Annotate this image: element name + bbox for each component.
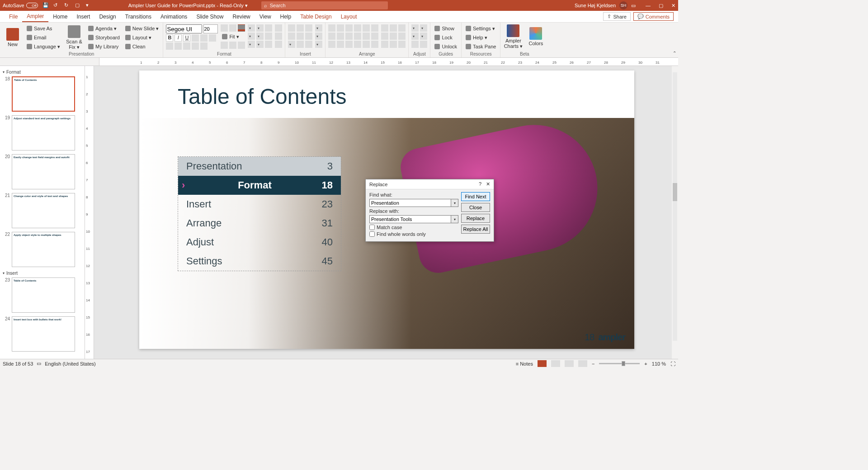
slide-thumbnails-pane[interactable]: Format 18Table of Contents19Adjust stand… (0, 66, 85, 359)
tab-help[interactable]: Help (276, 11, 296, 22)
autosave-toggle[interactable]: AutoSave Off (3, 3, 38, 8)
toc-row[interactable]: Adjust40 (178, 233, 341, 252)
textbox-icon[interactable] (297, 41, 304, 48)
fit-window-icon[interactable]: ⛶ (670, 361, 675, 367)
show-guides-button[interactable]: Show (433, 24, 458, 33)
align-bottom-icon[interactable] (371, 24, 378, 32)
newslide-button[interactable]: New Slide ▾ (124, 24, 160, 33)
effects-icon[interactable] (248, 41, 255, 48)
find-what-input[interactable] (369, 199, 451, 207)
redo-icon[interactable]: ↻ (64, 2, 71, 9)
new-button[interactable]: New (3, 24, 23, 51)
toc-row[interactable]: Insert23 (178, 195, 341, 214)
align-middle-icon[interactable] (363, 24, 370, 32)
same-width-icon[interactable] (381, 24, 388, 32)
superscript-icon[interactable] (209, 34, 216, 42)
lock-guides-button[interactable]: Lock (433, 33, 458, 42)
same-height-icon[interactable] (390, 24, 397, 32)
rounded-rect-icon[interactable] (305, 24, 312, 32)
toc-row[interactable]: Presentation3 (178, 157, 341, 176)
bold-icon[interactable]: B (166, 34, 173, 42)
resize-icon[interactable] (390, 41, 397, 48)
ampler-charts-button[interactable]: Ampler Charts ▾ (503, 24, 523, 49)
match-case-checkbox[interactable]: Match case (369, 225, 458, 230)
slide-title[interactable]: Table of Contents (139, 70, 634, 109)
more-shapes-icon[interactable] (288, 41, 295, 48)
replace-with-input[interactable] (369, 215, 451, 223)
bullets-icon[interactable] (192, 42, 199, 50)
tab-animations[interactable]: Animations (156, 11, 192, 22)
fit-button[interactable]: Fit ▾ (221, 33, 245, 41)
toc-row[interactable]: Arrange31 (178, 214, 341, 233)
zoom-level[interactable]: 110 % (652, 361, 666, 367)
zoom-slider[interactable] (599, 363, 640, 364)
find-next-button[interactable]: Find Next (461, 192, 490, 201)
paste-format-icon[interactable] (265, 41, 272, 48)
nudge-left-icon[interactable] (411, 24, 419, 32)
thumbnail-slide-23[interactable]: 23Table of Contents (3, 277, 82, 313)
shape-outline-icon[interactable] (256, 24, 264, 32)
tab-view[interactable]: View (255, 11, 276, 22)
whole-words-checkbox[interactable]: Find whole words only (369, 231, 458, 237)
scanfix-button[interactable]: Scan & Fix ▾ (64, 24, 84, 51)
line-icon[interactable] (288, 33, 295, 40)
swap-icon[interactable] (398, 33, 406, 40)
agenda-button[interactable]: Agenda ▾ (87, 24, 121, 33)
icons-icon[interactable] (315, 41, 322, 48)
stack-v-icon[interactable] (390, 33, 397, 40)
tab-design[interactable]: Design (94, 11, 120, 22)
reset-icon[interactable] (411, 41, 419, 48)
autosave-switch[interactable]: Off (26, 3, 38, 8)
section-header-format[interactable]: Format (3, 70, 82, 75)
slideshow-icon[interactable]: ▢ (75, 2, 81, 9)
anchor-icon[interactable] (398, 41, 406, 48)
storyboard-button[interactable]: Storyboard (87, 33, 121, 42)
line-spacing-icon[interactable] (238, 42, 245, 49)
picture-icon[interactable] (305, 41, 312, 48)
indent-increase-icon[interactable] (229, 42, 236, 49)
underline-icon[interactable]: U (183, 34, 190, 42)
close-icon[interactable]: ✕ (671, 3, 675, 9)
thumbnail-slide-22[interactable]: 22Apply object style to multiple shapes (3, 232, 82, 267)
sorter-view-icon[interactable] (551, 360, 560, 367)
qat-more-icon[interactable]: ▾ (86, 2, 92, 9)
ungroup-icon[interactable] (354, 33, 361, 40)
eyedropper-icon[interactable] (265, 24, 272, 32)
stack-h-icon[interactable] (381, 33, 388, 40)
oval-icon[interactable] (297, 24, 304, 32)
align-right-icon[interactable] (183, 42, 190, 50)
language-button[interactable]: Language ▾ (25, 42, 61, 51)
collapse-ribbon-icon[interactable]: ⌃ (673, 51, 676, 56)
shape-fill-icon[interactable] (248, 24, 255, 32)
grid-icon[interactable] (354, 41, 361, 48)
highlight-icon[interactable] (192, 34, 199, 42)
toc-table[interactable]: Presentation3Format18Insert23Arrange31Ad… (178, 156, 341, 271)
chart-icon[interactable] (315, 24, 322, 32)
tab-slideshow[interactable]: Slide Show (192, 11, 228, 22)
snap-icon[interactable] (363, 41, 370, 48)
nudge-up-icon[interactable] (411, 33, 419, 40)
shadow-icon[interactable] (256, 41, 264, 48)
dialog-close-icon[interactable]: ✕ (486, 181, 490, 187)
minimize-icon[interactable]: — (646, 3, 651, 9)
save-icon[interactable]: 💾 (42, 2, 49, 9)
tab-layout[interactable]: Layout (336, 11, 362, 22)
table-borders-icon[interactable] (275, 41, 282, 48)
replace-dropdown-icon[interactable]: ▾ (451, 215, 458, 223)
language-status[interactable]: English (United States) (45, 361, 96, 367)
format-painter-icon[interactable] (265, 33, 272, 40)
same-size-icon[interactable] (398, 24, 406, 32)
distribute-h-icon[interactable] (328, 33, 335, 40)
tab-transitions[interactable]: Transitions (121, 11, 156, 22)
connector-icon[interactable] (305, 33, 312, 40)
search-box[interactable]: ⌕ Search (261, 1, 388, 9)
nudge-right-icon[interactable] (420, 24, 427, 32)
maximize-icon[interactable]: ▢ (659, 3, 663, 9)
rect-icon[interactable] (288, 24, 295, 32)
saveas-button[interactable]: Save As (25, 24, 61, 33)
subscript-icon[interactable] (200, 34, 208, 42)
dialog-help-icon[interactable]: ? (479, 181, 481, 187)
position-icon[interactable] (371, 41, 378, 48)
unlock-guides-button[interactable]: Unlock (433, 42, 458, 51)
table-icon[interactable] (275, 24, 282, 32)
